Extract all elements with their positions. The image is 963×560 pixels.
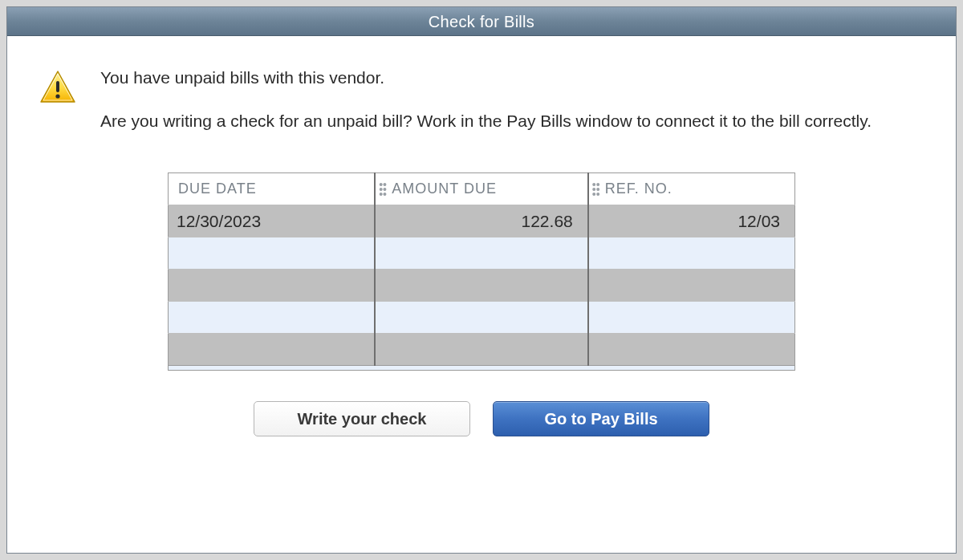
cell-amount-due bbox=[375, 237, 588, 270]
dialog-buttons: Write your check Go to Pay Bills bbox=[39, 401, 924, 436]
table-row[interactable] bbox=[169, 334, 795, 366]
cell-amount-due bbox=[375, 302, 588, 334]
column-header-label: DUE DATE bbox=[178, 181, 257, 197]
cell-due-date bbox=[169, 270, 376, 302]
svg-point-1 bbox=[55, 94, 59, 98]
cell-amount-due bbox=[375, 334, 588, 366]
column-header-label: AMOUNT DUE bbox=[392, 181, 497, 197]
write-your-check-button[interactable]: Write your check bbox=[254, 401, 470, 436]
table-row[interactable] bbox=[169, 302, 795, 334]
go-to-pay-bills-button[interactable]: Go to Pay Bills bbox=[493, 401, 709, 436]
table-row[interactable] bbox=[169, 237, 795, 270]
cell-ref-no bbox=[588, 270, 795, 302]
warning-icon bbox=[39, 70, 76, 103]
message-body: Are you writing a check for an unpaid bi… bbox=[100, 110, 892, 132]
cell-due-date bbox=[169, 237, 376, 270]
dialog-title: Check for Bills bbox=[7, 7, 956, 36]
svg-rect-0 bbox=[56, 81, 59, 92]
bills-table: DUE DATE •••••• AMOUNT DUE •••••• REF. N… bbox=[168, 172, 795, 366]
cell-amount-due: 122.68 bbox=[375, 205, 588, 237]
column-grip-icon[interactable]: •••••• bbox=[592, 182, 600, 197]
column-grip-icon[interactable]: •••••• bbox=[379, 182, 387, 197]
check-for-bills-dialog: Check for Bills bbox=[6, 6, 957, 554]
cell-ref-no: 12/03 bbox=[588, 205, 795, 237]
bills-table-container: DUE DATE •••••• AMOUNT DUE •••••• REF. N… bbox=[168, 172, 795, 371]
table-footer-strip bbox=[168, 366, 795, 371]
cell-ref-no bbox=[588, 334, 795, 366]
cell-amount-due bbox=[375, 270, 588, 302]
column-header-label: REF. NO. bbox=[605, 181, 672, 197]
column-header-ref-no[interactable]: •••••• REF. NO. bbox=[588, 173, 795, 205]
table-row[interactable] bbox=[169, 270, 795, 302]
cell-due-date: 12/30/2023 bbox=[169, 205, 376, 237]
cell-ref-no bbox=[588, 237, 795, 270]
cell-ref-no bbox=[588, 302, 795, 334]
table-row[interactable]: 12/30/2023 122.68 12/03 bbox=[169, 205, 795, 237]
dialog-content: You have unpaid bills with this vendor. … bbox=[7, 36, 956, 553]
cell-due-date bbox=[169, 302, 376, 334]
column-header-amount-due[interactable]: •••••• AMOUNT DUE bbox=[375, 173, 588, 205]
cell-due-date bbox=[169, 334, 376, 366]
message-heading: You have unpaid bills with this vendor. bbox=[100, 68, 892, 87]
column-header-due-date[interactable]: DUE DATE bbox=[169, 173, 376, 205]
